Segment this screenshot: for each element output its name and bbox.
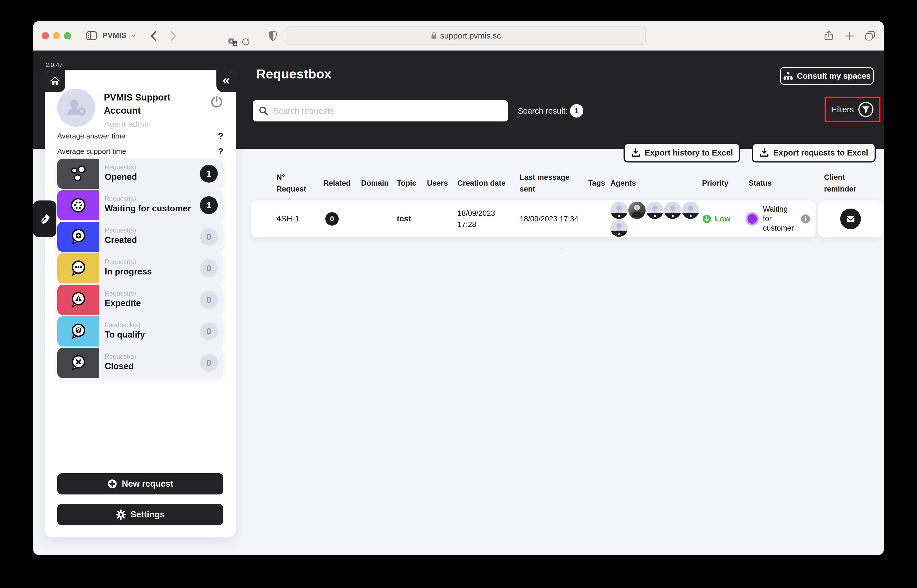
download-icon (631, 148, 641, 158)
translate-icon[interactable]: A a (228, 37, 237, 47)
filter-funnel-icon[interactable] (858, 101, 874, 118)
sidebar: « PVMIS Support Account Agent admin Aver… (45, 70, 236, 538)
svg-text:a: a (234, 42, 236, 45)
pen-nib-icon (38, 212, 51, 225)
reload-icon[interactable] (241, 37, 250, 46)
agent-avatar[interactable] (610, 220, 628, 237)
requests-table-header: N° Request Related Domain Topic Users Cr… (33, 168, 884, 199)
cell-tags (588, 200, 609, 237)
share-icon[interactable] (823, 30, 834, 41)
col-domain: Domain (361, 168, 391, 199)
new-request-button[interactable]: New request (57, 473, 223, 494)
related-count-badge: 0 (325, 212, 339, 226)
collapse-icon: « (223, 73, 230, 86)
agent-avatar[interactable] (682, 202, 699, 219)
minimize-window-button[interactable] (53, 32, 60, 39)
page-title: Requestbox (256, 66, 331, 82)
count-badge: 0 (200, 291, 218, 309)
stat-average-support-time: Average support time ? (57, 145, 223, 157)
plus-circle-icon (107, 479, 117, 489)
tab-overview-icon[interactable] (864, 30, 876, 41)
sidebar-toggle-icon[interactable] (86, 31, 97, 41)
person-icon (628, 202, 646, 219)
filters-button[interactable]: Filters (831, 105, 854, 114)
svg-text:A: A (230, 39, 233, 43)
info-icon[interactable] (801, 214, 810, 224)
cell-domain (361, 200, 391, 237)
privacy-shield-icon[interactable] (268, 31, 278, 42)
help-icon[interactable]: ? (218, 131, 223, 141)
close-window-button[interactable] (42, 32, 49, 39)
agent-role-badge-icon (664, 213, 681, 219)
search-requests-box (253, 100, 508, 121)
scroll-artifact-dot (561, 248, 562, 249)
cell-related: 0 (325, 200, 339, 237)
agent-role-badge-icon (610, 231, 628, 237)
logout-power-icon[interactable] (210, 95, 223, 108)
export-requests-button[interactable]: Export requests to Excel (752, 143, 876, 163)
status-dot (746, 212, 759, 226)
agent-role-badge-icon (682, 213, 699, 219)
browser-window: PVMIS support.pvmis.sc A a (33, 21, 884, 555)
agent-avatar[interactable] (610, 202, 628, 219)
lock-icon (431, 32, 437, 40)
url-text: support.pvmis.sc (440, 31, 501, 40)
account-name: PVMIS Support Account (104, 91, 199, 117)
cell-creation-date: 18/09/2023 17:28 (457, 200, 502, 237)
open-request-button[interactable] (33, 200, 57, 237)
count-badge: 0 (200, 259, 218, 277)
sitemap-icon (783, 71, 793, 81)
cell-topic: test (397, 200, 423, 237)
search-icon (258, 105, 269, 116)
requests-table-body: 4SH-1 0 test 18/09/2023 17:28 18/09/2023… (33, 200, 884, 237)
bubble-close-icon (57, 348, 99, 378)
search-requests-input[interactable] (273, 106, 502, 116)
cell-agents (610, 202, 702, 237)
agent-role-badge-icon (646, 213, 664, 219)
col-priority: Priority (702, 168, 733, 199)
sidebar-item-in-progress[interactable]: Request(s) In progress 0 (57, 253, 223, 283)
home-button[interactable] (45, 70, 65, 92)
col-users: Users (427, 168, 454, 199)
forward-button-icon[interactable] (170, 31, 177, 41)
back-button-icon[interactable] (150, 31, 157, 41)
account-avatar[interactable] (57, 89, 95, 127)
zoom-window-button[interactable] (64, 32, 71, 39)
address-bar[interactable]: support.pvmis.sc A a (286, 26, 646, 45)
cell-last-message: 18/09/2023 17:34 (520, 200, 598, 237)
sidebar-item-expedite[interactable]: Request(s) Expedite 0 (57, 285, 223, 315)
col-agents: Agents (610, 168, 647, 199)
sidebar-item-closed[interactable]: Request(s) Closed 0 (57, 348, 223, 378)
download-icon (759, 148, 769, 158)
agent-avatar[interactable] (664, 202, 681, 219)
agent-avatar[interactable] (646, 202, 664, 219)
cell-users (427, 200, 454, 237)
account-role: Agent admin (104, 120, 151, 129)
col-last-message: Last message sent (520, 168, 575, 199)
col-request-no: N° Request (276, 168, 316, 199)
export-history-button[interactable]: Export history to Excel (623, 143, 740, 163)
consult-my-spaces-button[interactable]: Consult my spaces (780, 67, 874, 85)
cell-status: Waiting for customer (746, 200, 810, 237)
agent-avatar-photo[interactable] (628, 202, 646, 219)
priority-label: Low (715, 213, 730, 225)
tab-group-menu[interactable]: PVMIS (102, 31, 126, 40)
stat-average-answer-time: Average answer time ? (57, 130, 223, 142)
filters-annotation-box: Filters (825, 97, 880, 122)
col-status: Status (749, 168, 778, 199)
count-badge: 0 (200, 354, 218, 372)
search-result-indicator: Search result: 1 (518, 103, 583, 118)
client-reminder-button[interactable] (840, 208, 861, 229)
bubble-ellipsis-icon (57, 253, 99, 283)
sidebar-item-to-qualify[interactable]: Feedback(s) To qualify 0 (57, 316, 223, 346)
bubble-question-icon (57, 316, 99, 346)
search-result-count: 1 (570, 104, 583, 118)
settings-button[interactable]: Settings (57, 504, 223, 525)
user-gear-icon (64, 96, 88, 120)
chevron-down-icon[interactable] (131, 34, 136, 38)
new-tab-icon[interactable] (844, 31, 855, 41)
collapse-sidebar-button[interactable]: « (216, 70, 236, 92)
help-icon[interactable]: ? (218, 146, 223, 157)
home-icon (50, 76, 60, 86)
col-client-reminder: Client reminder (824, 168, 860, 199)
